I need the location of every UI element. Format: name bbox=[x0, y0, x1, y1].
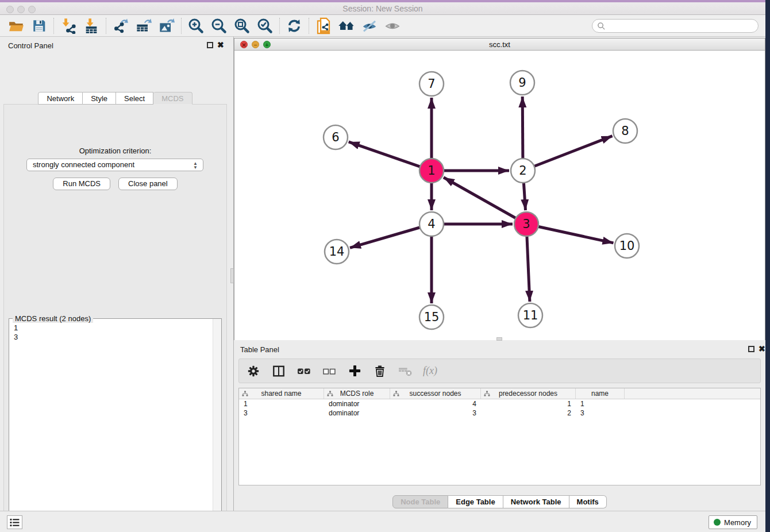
tree-sort-icon bbox=[393, 391, 399, 399]
import-table-icon bbox=[83, 18, 99, 34]
application-window: Session: New Session bbox=[0, 0, 770, 532]
import-network-button[interactable] bbox=[57, 17, 80, 35]
zoom-selected-button[interactable] bbox=[253, 17, 276, 35]
cell: 3 bbox=[576, 408, 625, 418]
list-icon bbox=[10, 518, 20, 527]
node-table: shared nameMCDS rolesuccessor nodesprede… bbox=[238, 388, 761, 485]
table-row[interactable]: 3dominator323 bbox=[239, 408, 760, 418]
column-label: successor nodes bbox=[409, 390, 461, 398]
toolbar-separator bbox=[309, 18, 309, 34]
search-field[interactable] bbox=[592, 19, 759, 33]
delete-column-button[interactable] bbox=[372, 364, 387, 379]
cell: dominator bbox=[324, 399, 390, 408]
edge-4-to-14[interactable] bbox=[350, 227, 422, 248]
network-graph[interactable]: 1234678910111415 bbox=[234, 51, 765, 340]
tab-network-table[interactable]: Network Table bbox=[503, 495, 569, 508]
eye-slash-icon bbox=[361, 17, 378, 34]
network-resize-grip[interactable] bbox=[496, 337, 502, 341]
column-header-predecessor-nodes[interactable]: predecessor nodes bbox=[481, 388, 576, 399]
tab-network[interactable]: Network bbox=[38, 92, 83, 105]
tab-motifs[interactable]: Motifs bbox=[569, 495, 607, 508]
toolbar-separator bbox=[181, 18, 182, 34]
node-label-4: 4 bbox=[428, 217, 435, 231]
edge-2-to-8[interactable] bbox=[533, 136, 613, 167]
control-panel: Control Panel ✖ Optimization criterion: … bbox=[0, 37, 230, 511]
node-table-header-row: shared nameMCDS rolesuccessor nodesprede… bbox=[239, 388, 760, 399]
node-label-9: 9 bbox=[518, 76, 526, 90]
table-settings-button[interactable] bbox=[246, 364, 261, 379]
plus-icon bbox=[348, 364, 361, 377]
result-item: 1 bbox=[14, 323, 212, 333]
edge-2-to-9[interactable] bbox=[522, 97, 523, 160]
column-label: name bbox=[591, 390, 609, 398]
show-all-button[interactable] bbox=[381, 17, 404, 35]
column-header-successor-nodes[interactable]: successor nodes bbox=[390, 388, 481, 399]
close-panel-button[interactable]: Close panel bbox=[118, 178, 178, 190]
table-row[interactable]: 1dominator411 bbox=[239, 399, 760, 408]
float-panel-icon[interactable] bbox=[207, 42, 213, 48]
show-column-panel-button[interactable] bbox=[271, 364, 286, 379]
cell: 1 bbox=[576, 399, 625, 408]
column-header-name[interactable]: name bbox=[576, 388, 625, 399]
tab-mcds[interactable]: MCDS bbox=[153, 92, 192, 105]
tree-sort-icon bbox=[242, 391, 248, 399]
mcds-result-list[interactable]: 13 bbox=[10, 323, 212, 526]
import-table-button[interactable] bbox=[80, 17, 103, 35]
memory-label: Memory bbox=[724, 518, 751, 527]
cell: 1 bbox=[239, 399, 324, 408]
node-label-8: 8 bbox=[621, 124, 629, 138]
unselect-all-button[interactable] bbox=[322, 364, 337, 379]
edge-3-to-11[interactable] bbox=[527, 234, 530, 302]
network-window-title: scc.txt bbox=[234, 40, 765, 49]
node-label-2: 2 bbox=[519, 164, 526, 178]
edge-1-to-6[interactable] bbox=[349, 142, 422, 167]
tab-select[interactable]: Select bbox=[116, 92, 153, 105]
create-column-button[interactable] bbox=[347, 364, 362, 379]
column-header-shared-name[interactable]: shared name bbox=[239, 388, 324, 399]
column-header-filler bbox=[625, 388, 760, 399]
hide-selected-button[interactable] bbox=[358, 17, 381, 35]
column-header-MCDS-role[interactable]: MCDS role bbox=[324, 388, 390, 399]
zoom-fit-button[interactable] bbox=[230, 17, 253, 35]
zoom-in-button[interactable] bbox=[184, 17, 207, 35]
float-table-panel-icon[interactable] bbox=[748, 346, 754, 352]
dropdown-stepper-icon: ▲▼ bbox=[192, 160, 199, 171]
edge-2-to-3[interactable] bbox=[523, 181, 525, 210]
status-bar: Memory bbox=[0, 511, 765, 532]
zoom-out-icon bbox=[210, 17, 228, 34]
export-network-button[interactable] bbox=[109, 17, 132, 35]
tree-sort-icon bbox=[484, 391, 490, 399]
split-columns-icon bbox=[272, 365, 285, 377]
export-table-button[interactable] bbox=[132, 17, 155, 35]
houses-icon bbox=[338, 17, 355, 34]
open-session-button[interactable] bbox=[5, 17, 28, 35]
toolbar-separator bbox=[106, 18, 106, 34]
criterion-dropdown[interactable]: strongly connected component ▲▼ bbox=[26, 159, 203, 171]
refresh-layout-button[interactable] bbox=[283, 17, 306, 35]
network-file-button[interactable] bbox=[312, 17, 335, 35]
search-input[interactable] bbox=[606, 21, 758, 31]
memory-button[interactable]: Memory bbox=[709, 515, 757, 529]
result-vertical-scrollbar[interactable] bbox=[213, 319, 221, 526]
tab-style[interactable]: Style bbox=[83, 92, 116, 105]
save-session-button[interactable] bbox=[28, 17, 51, 35]
edge-3-to-10[interactable] bbox=[537, 226, 614, 243]
export-image-button[interactable] bbox=[155, 17, 178, 35]
close-panel-icon[interactable]: ✖ bbox=[217, 42, 224, 48]
task-history-button[interactable] bbox=[7, 515, 22, 529]
close-table-panel-icon[interactable]: ✖ bbox=[759, 346, 765, 352]
tab-node-table[interactable]: Node Table bbox=[392, 495, 448, 508]
home-views-button[interactable] bbox=[335, 17, 358, 35]
select-all-button[interactable] bbox=[297, 364, 311, 379]
cell-filler bbox=[625, 399, 760, 408]
zoom-out-button[interactable] bbox=[207, 17, 230, 35]
tab-edge-table[interactable]: Edge Table bbox=[448, 495, 503, 508]
delete-table-icon bbox=[398, 364, 413, 378]
run-mcds-button[interactable]: Run MCDS bbox=[53, 178, 110, 190]
edge-3-to-1[interactable] bbox=[444, 178, 517, 219]
node-label-3: 3 bbox=[522, 217, 530, 231]
cell: 2 bbox=[481, 408, 576, 418]
result-item: 3 bbox=[14, 333, 212, 342]
mcds-result-box: MCDS result (2 nodes) 13 bbox=[9, 318, 222, 532]
main-toolbar bbox=[0, 16, 765, 37]
